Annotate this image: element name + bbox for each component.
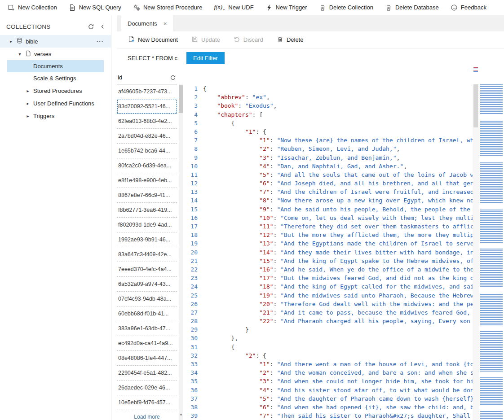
editor-scrollbar[interactable] (473, 84, 479, 420)
document-id-item[interactable]: 383a96e1-63db-47... (117, 321, 177, 336)
document-id-item[interactable]: 60ebb68d-f01b-41... (117, 306, 177, 321)
tree-item-stored-procedures[interactable]: ▸ Stored Procedures (0, 84, 111, 97)
document-id-item[interactable]: 26daedec-029e-46... (117, 381, 177, 395)
close-tab-icon[interactable]: × (164, 20, 167, 27)
document-id-item[interactable]: 6a532a09-a974-43... (117, 277, 177, 292)
feedback-button[interactable]: Feedback (445, 0, 492, 15)
minimap-text-block (480, 331, 503, 372)
code-line: "14": "And they made their lives bitter … (203, 248, 473, 257)
new-stored-procedure-icon (133, 4, 140, 11)
command-label: Discard (243, 36, 263, 43)
document-id-item[interactable]: 1992ae93-9b91-46... (117, 232, 177, 247)
delete-collection-button[interactable]: Delete Collection (313, 0, 379, 15)
database-name: bible (26, 38, 94, 45)
code-line: "12": "But the more they afflicted them,… (203, 231, 473, 239)
document-id-item[interactable]: af49605b-7237-473... (117, 84, 177, 99)
tab-label: Documents (128, 20, 157, 27)
tree-item-scale-settings[interactable]: Scale & Settings (0, 72, 111, 84)
code-line: "11": "Therefore they did set over them … (203, 222, 473, 231)
filter-query: SELECT * FROM c (128, 55, 177, 61)
document-id-item[interactable]: e8f1e498-e900-4eb... (117, 173, 177, 188)
json-editor[interactable]: 1234567891011121314151617181920212223242… (183, 67, 504, 420)
document-id-item[interactable]: 10e5ebf9-fd76-457... (117, 395, 177, 410)
new-trigger-button[interactable]: New Trigger (260, 0, 313, 15)
new-udf-button[interactable]: f(n)+ New UDF (208, 0, 259, 15)
load-more-link[interactable]: Load more (117, 414, 177, 420)
document-id-item[interactable]: 80fca2c0-6d39-4ea... (117, 158, 177, 173)
refresh-collections-icon[interactable] (88, 23, 94, 30)
documents-scrollbar-thumb[interactable] (179, 85, 183, 113)
collapsed-caret-icon[interactable]: ▸ (25, 114, 31, 118)
expanded-caret-icon[interactable]: ▾ (17, 52, 22, 57)
collapsed-caret-icon[interactable]: ▸ (25, 101, 31, 106)
code-line: "2": "And the woman conceived, and bare … (203, 368, 473, 377)
document-id-item[interactable]: 07cf4c93-94db-48a... (117, 292, 177, 306)
refresh-documents-icon[interactable] (170, 74, 176, 81)
id-column-header: id (118, 74, 122, 81)
command-bar: New Document Update Discard Delete (117, 31, 504, 48)
toolbar-label: Feedback (461, 4, 486, 11)
delete-collection-trash-icon (319, 4, 326, 11)
new-collection-button[interactable]: New Collection (2, 0, 63, 15)
code-line: "5": "And all the souls that came out of… (203, 171, 473, 179)
minimap-text-block (480, 84, 503, 115)
new-document-button[interactable]: New Document (128, 35, 178, 44)
document-id-item[interactable]: 8867e8e7-66c9-41... (117, 188, 177, 203)
document-id-item[interactable]: 2290454f-e5a1-482... (117, 366, 177, 381)
document-id-item[interactable]: f802093d-1de9-4ad... (117, 218, 177, 232)
line-number: 39 (183, 411, 198, 420)
update-button[interactable]: Update (191, 36, 220, 44)
line-number: 15 (183, 205, 198, 214)
delete-database-button[interactable]: Delete Database (379, 0, 445, 15)
collapsed-caret-icon[interactable]: ▸ (25, 88, 31, 93)
code-line: "chapters": [ (203, 110, 473, 119)
tree-item-documents[interactable]: Documents (7, 60, 104, 72)
line-number: 34 (183, 368, 198, 377)
code-line: "1": "Now these {are} the names of the c… (203, 136, 473, 144)
tree-item-triggers[interactable]: ▸ Triggers (0, 109, 111, 122)
toolbar-label: New Collection (18, 4, 57, 11)
new-stored-procedure-button[interactable]: New Stored Procedure (127, 0, 208, 15)
document-id-item[interactable]: 62fea013-68b3-4e2... (117, 114, 177, 129)
line-number: 16 (183, 214, 198, 222)
documents-scrollbar[interactable]: ▼ (179, 84, 183, 420)
document-id-item[interactable]: 08e48086-1fe4-447... (117, 351, 177, 366)
line-number: 38 (183, 403, 198, 411)
more-actions-icon[interactable]: ··· (97, 38, 111, 45)
document-id-item[interactable]: 7eeed370-4efc-4a4... (117, 262, 177, 277)
document-id-item[interactable]: 2a7bd04d-e82e-46... (117, 129, 177, 144)
line-number: 20 (183, 248, 198, 257)
database-node-bible[interactable]: ▾ bible ··· (0, 35, 111, 48)
editor-code[interactable]: { "abbrev": "ex", "book": "Exodus", "cha… (203, 84, 473, 420)
discard-button[interactable]: Discard (234, 36, 263, 44)
collapse-sidebar-icon[interactable] (100, 24, 106, 30)
line-number: 11 (183, 171, 198, 179)
minimap-text-block (480, 294, 503, 325)
expanded-caret-icon[interactable]: ▾ (8, 39, 13, 44)
editor-scrollbar-thumb[interactable] (473, 84, 478, 127)
line-number: 14 (183, 196, 198, 205)
command-label: Delete (287, 36, 304, 43)
code-line: }, (203, 334, 473, 342)
document-id-item[interactable]: 83a647c3-f409-42e... (117, 247, 177, 262)
line-number: 9 (183, 153, 198, 162)
minimap-text-block (480, 210, 503, 243)
document-id-item[interactable]: f8b62771-3ea6-419... (117, 203, 177, 218)
document-list: af49605b-7237-473...83d70092-5521-46...6… (117, 84, 177, 420)
document-id-item[interactable]: 83d70092-5521-46... (117, 99, 177, 114)
code-line: "2": { (203, 351, 473, 360)
line-number: 22 (183, 265, 198, 274)
collection-node-verses[interactable]: ▾ verses (0, 48, 111, 60)
line-number: 33 (183, 360, 198, 368)
toolbar-label: New Stored Procedure (143, 4, 203, 11)
document-id-item[interactable]: 1e65b742-bca6-44... (117, 144, 177, 158)
new-sql-query-button[interactable]: New SQL Query (63, 0, 127, 15)
document-id-item[interactable]: ec492d0a-ca41-4a9... (117, 336, 177, 351)
delete-button[interactable]: Delete (277, 36, 304, 44)
tab-documents[interactable]: Documents × (121, 15, 173, 31)
edit-filter-button[interactable]: Edit Filter (186, 52, 225, 64)
editor-minimap[interactable] (479, 84, 504, 420)
command-label: New Document (138, 36, 178, 43)
scroll-down-arrow-icon[interactable]: ▼ (179, 413, 183, 416)
tree-item-user-defined-functions[interactable]: ▸ User Defined Functions (0, 97, 111, 109)
